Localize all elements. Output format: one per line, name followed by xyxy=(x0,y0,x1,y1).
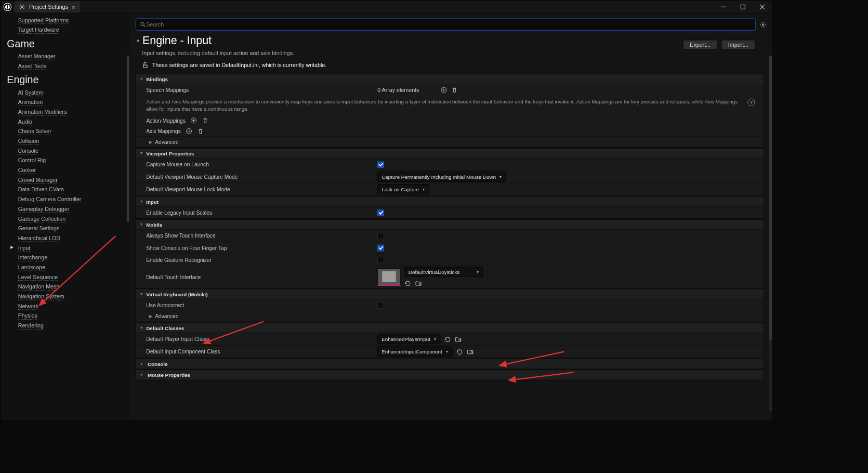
sidebar-scrollbar[interactable] xyxy=(127,56,129,222)
four-finger-checkbox[interactable] xyxy=(377,244,384,251)
add-array-element-button[interactable] xyxy=(440,86,447,93)
vk-advanced-toggle[interactable]: ▶Advanced xyxy=(136,311,764,321)
sidebar-item-hierarchical-lod[interactable]: Hierarchical LOD xyxy=(18,235,60,242)
sidebar-section-game: Game xyxy=(1,35,130,52)
sidebar-item-crowd-manager[interactable]: Crowd Manager xyxy=(18,177,58,183)
section-bindings[interactable]: ▼Bindings xyxy=(136,74,764,84)
tab-title: Project Settings xyxy=(29,4,68,10)
prop-viewport-lock-mode: Default Viewport Mouse Lock Mode xyxy=(146,187,377,192)
settings-icon xyxy=(19,4,25,10)
bindings-advanced-toggle[interactable]: ▶Advanced xyxy=(136,137,764,147)
clear-array-button[interactable] xyxy=(451,86,458,93)
maximize-button[interactable] xyxy=(733,1,753,14)
sidebar-item-rendering[interactable]: Rendering xyxy=(18,322,44,329)
page-title: ▼Engine - Input xyxy=(136,34,683,47)
sidebar: Supported Platforms Target Hardware Game… xyxy=(1,14,130,421)
bindings-help-text: Action and Axis Mappings provide a mecha… xyxy=(146,99,743,113)
info-icon[interactable]: ? xyxy=(747,99,755,106)
sidebar-item-debug-camera-controller[interactable]: Debug Camera Controller xyxy=(18,196,82,203)
browse-input-component-button[interactable] xyxy=(467,348,474,355)
sidebar-item-asset-manager[interactable]: Asset Manager xyxy=(18,53,56,60)
minimize-button[interactable] xyxy=(714,1,733,14)
sidebar-item-general-settings[interactable]: General Settings xyxy=(18,225,60,232)
search-icon xyxy=(140,21,146,28)
page-subtitle: Input settings, including default input … xyxy=(142,50,683,56)
section-viewport-properties[interactable]: ▼Viewport Properties xyxy=(136,148,764,159)
viewport-lock-mode-dropdown[interactable]: Lock on Capture▾ xyxy=(377,184,429,194)
reset-input-component-button[interactable] xyxy=(456,348,463,355)
svg-rect-8 xyxy=(741,5,745,9)
clear-axis-mappings-button[interactable] xyxy=(197,128,204,135)
browse-player-input-button[interactable] xyxy=(455,336,462,343)
prop-viewport-capture-mode: Default Viewport Mouse Capture Mode xyxy=(146,174,377,180)
prop-touch-interface: Default Touch Interface xyxy=(146,274,377,280)
close-tab-button[interactable]: × xyxy=(72,4,75,10)
sidebar-item-level-sequence[interactable]: Level Sequence xyxy=(18,274,58,281)
default-input-component-dropdown[interactable]: EnhancedInputComponent▾ xyxy=(377,347,452,357)
section-console[interactable]: ▼ Console xyxy=(136,359,764,369)
section-mouse-properties[interactable]: ▼ Mouse Properties xyxy=(136,370,764,380)
sidebar-item-animation[interactable]: Animation xyxy=(18,99,43,106)
titlebar: Project Settings × xyxy=(1,1,772,14)
reset-player-input-button[interactable] xyxy=(444,336,451,343)
sidebar-item-input[interactable]: Input xyxy=(18,245,31,252)
unreal-logo-icon xyxy=(3,3,11,11)
section-mobile[interactable]: ▼Mobile xyxy=(136,219,764,230)
sidebar-item-interchange[interactable]: Interchange xyxy=(18,255,47,261)
browse-button[interactable] xyxy=(415,280,422,286)
sidebar-item-navigation-mesh[interactable]: Navigation Mesh xyxy=(18,284,60,291)
viewport-capture-mode-dropdown[interactable]: Capture Permanently Including Initial Mo… xyxy=(377,172,506,182)
action-mappings-label: Action Mappings xyxy=(146,118,186,124)
prop-default-player-input: Default Player Input Class xyxy=(146,336,377,342)
sidebar-item-chaos-solver[interactable]: Chaos Solver xyxy=(18,128,51,135)
sidebar-item-console[interactable]: Console xyxy=(18,148,38,154)
sidebar-item-garbage-collection[interactable]: Garbage Collection xyxy=(18,216,65,222)
prop-gesture-recognizer: Enable Gesture Recognizer xyxy=(146,257,377,262)
project-settings-tab[interactable]: Project Settings × xyxy=(15,2,80,12)
capture-mouse-checkbox[interactable] xyxy=(377,161,384,167)
use-selected-button[interactable] xyxy=(404,280,411,286)
gesture-checkbox[interactable] xyxy=(377,257,384,263)
section-virtual-keyboard[interactable]: ▼Virtual Keyboard (Mobile) xyxy=(136,288,764,299)
touch-interface-thumbnail[interactable] xyxy=(377,268,401,286)
search-input[interactable] xyxy=(136,19,756,31)
sidebar-item-landscape[interactable]: Landscape xyxy=(18,264,45,271)
always-touch-checkbox[interactable] xyxy=(377,232,384,239)
axis-mappings-label: Axis Mappings xyxy=(146,128,181,134)
sidebar-item-audio[interactable]: Audio xyxy=(18,119,32,125)
close-button[interactable] xyxy=(753,1,772,14)
writable-note: These settings are saved in DefaultInput… xyxy=(142,62,767,68)
sidebar-item-navigation-system[interactable]: Navigation System xyxy=(18,293,64,300)
sidebar-item-network[interactable]: Network xyxy=(18,303,38,310)
main-scrollbar[interactable] xyxy=(769,56,772,411)
settings-gear-button[interactable] xyxy=(759,21,766,28)
section-default-classes[interactable]: ▼Default Classes xyxy=(136,322,764,333)
sidebar-item-target-hardware[interactable]: Target Hardware xyxy=(18,27,59,34)
sidebar-item-control-rig[interactable]: Control Rig xyxy=(18,157,46,164)
prop-speech-mappings: Speech Mappings xyxy=(146,87,377,93)
add-axis-mapping-button[interactable] xyxy=(186,128,192,135)
autocorrect-checkbox[interactable] xyxy=(377,302,384,308)
clear-action-mappings-button[interactable] xyxy=(202,117,208,124)
legacy-input-checkbox[interactable] xyxy=(377,209,384,216)
svg-line-12 xyxy=(144,25,146,27)
svg-point-5 xyxy=(4,3,11,11)
sidebar-item-animation-modifiers[interactable]: Animation Modifiers xyxy=(18,109,67,115)
sidebar-section-engine: Engine xyxy=(1,71,130,88)
main-panel: ▼Engine - Input Input settings, includin… xyxy=(130,14,772,421)
touch-interface-dropdown[interactable]: DefaultVirtualJoysticks▾ xyxy=(404,267,483,278)
import-button[interactable]: Import... xyxy=(721,40,755,50)
export-button[interactable]: Export... xyxy=(683,40,717,50)
sidebar-item-physics[interactable]: Physics xyxy=(18,313,37,320)
sidebar-item-ai-system[interactable]: AI System xyxy=(18,89,44,96)
sidebar-item-data-driven-cvars[interactable]: Data Driven CVars xyxy=(18,187,64,193)
sidebar-item-supported-platforms[interactable]: Supported Platforms xyxy=(18,17,69,24)
sidebar-item-asset-tools[interactable]: Asset Tools xyxy=(18,63,46,70)
sidebar-item-collision[interactable]: Collision xyxy=(18,138,39,144)
section-input[interactable]: ▼Input xyxy=(136,196,764,206)
sidebar-item-gameplay-debugger[interactable]: Gameplay Debugger xyxy=(18,206,70,213)
add-action-mapping-button[interactable] xyxy=(190,117,197,124)
prop-console-four-finger: Show Console on Four Finger Tap xyxy=(146,245,377,251)
default-player-input-dropdown[interactable]: EnhancedPlayerInput▾ xyxy=(377,334,440,345)
sidebar-item-cooker[interactable]: Cooker xyxy=(18,167,36,174)
